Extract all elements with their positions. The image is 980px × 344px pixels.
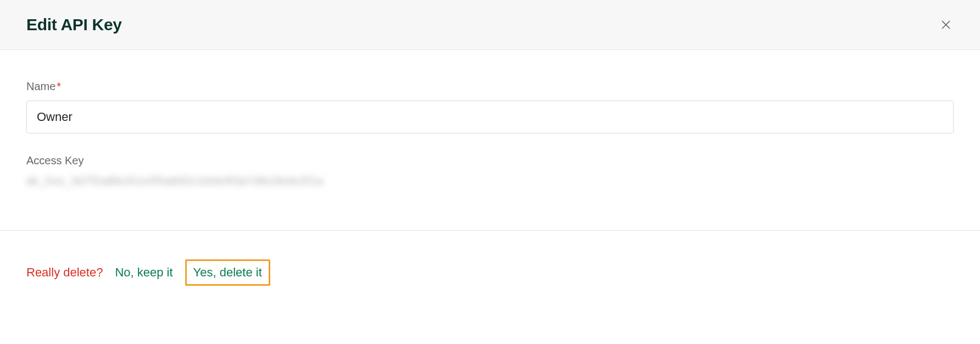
required-indicator: *: [57, 80, 61, 92]
name-label-text: Name: [26, 80, 55, 92]
access-key-label: Access Key: [26, 154, 954, 167]
name-input[interactable]: [26, 101, 954, 134]
close-icon: [939, 18, 953, 31]
dialog-title: Edit API Key: [26, 15, 122, 34]
name-field-group: Name*: [26, 80, 954, 134]
dialog-header: Edit API Key: [0, 0, 980, 50]
close-button[interactable]: [938, 17, 954, 32]
delete-confirm-question: Really delete?: [26, 265, 103, 280]
delete-confirm-button[interactable]: Yes, delete it: [185, 259, 270, 286]
dialog-content: Name* Access Key ak_live_3d7f2a8bc91e4f5…: [0, 50, 980, 230]
keep-button[interactable]: No, keep it: [113, 261, 175, 284]
name-label: Name*: [26, 80, 954, 93]
dialog-footer: Really delete? No, keep it Yes, delete i…: [0, 230, 980, 308]
access-key-field-group: Access Key ak_live_3d7f2a8bc91e4f5a8d2c1…: [26, 154, 954, 187]
access-key-value: ak_live_3d7f2a8bc91e4f5a8d2c1b0e9f3a7d6c…: [26, 175, 954, 187]
